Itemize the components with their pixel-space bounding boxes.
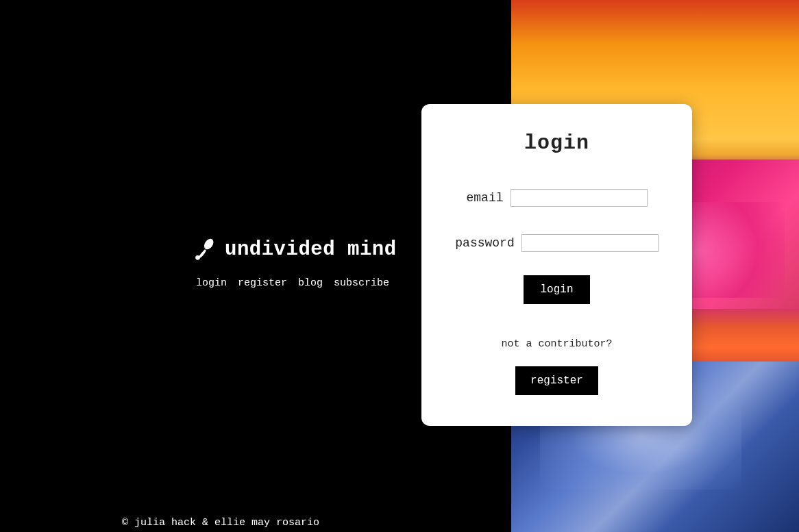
password-row: password (442, 234, 672, 252)
login-card: login email password login not a contrib… (421, 104, 692, 426)
svg-point-0 (202, 237, 215, 251)
brand-row: undivided mind (192, 236, 397, 262)
password-input[interactable] (521, 234, 659, 252)
nav-blog-link[interactable]: blog (298, 277, 323, 289)
email-row: email (442, 189, 672, 207)
footer-copyright: © julia hack & ellie may rosario (122, 517, 319, 529)
paintbrush-icon (192, 236, 218, 262)
password-label: password (455, 236, 514, 250)
register-button[interactable]: register (515, 366, 598, 395)
brand-area: undivided mind login register blog subsc… (192, 236, 397, 289)
not-contributor-text: not a contributor? (501, 338, 612, 350)
nav-links: login register blog subscribe (192, 277, 397, 289)
email-input[interactable] (511, 189, 648, 207)
nav-subscribe-link[interactable]: subscribe (334, 277, 389, 289)
nav-register-link[interactable]: register (238, 277, 287, 289)
svg-point-1 (195, 255, 200, 260)
email-label: email (466, 191, 503, 205)
login-button[interactable]: login (524, 275, 589, 304)
nav-login-link[interactable]: login (196, 277, 227, 289)
brand-title: undivided mind (225, 238, 397, 261)
login-card-title: login (524, 131, 589, 155)
